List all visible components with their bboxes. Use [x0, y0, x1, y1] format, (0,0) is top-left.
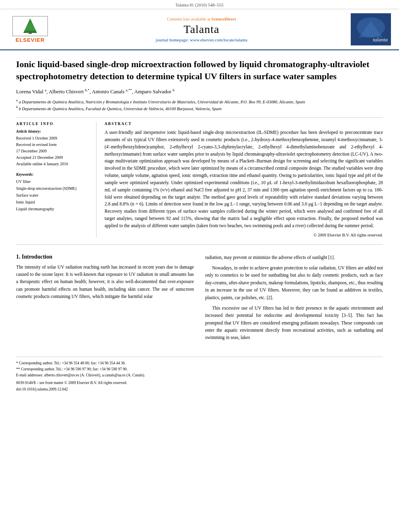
keyword-4: Ionic liquid — [16, 199, 90, 205]
introduction-two-col: 1. Introduction The intensity of solar U… — [16, 254, 383, 345]
divider-2 — [16, 244, 383, 245]
corresponding-note-2: ** Corresponding author. Tel.: +34 96 59… — [16, 366, 383, 372]
intro-right-para-2: Nowadays, in order to achieve greater pr… — [205, 264, 383, 301]
history-online: Available online 4 January 2010 — [16, 161, 90, 167]
main-content: Ionic liquid-based single-drop microextr… — [0, 50, 399, 401]
history-accepted: Accepted 21 December 2009 — [16, 154, 90, 161]
intro-section-title: 1. Introduction — [16, 254, 194, 260]
journal-header: ELSEVIER Contents lists available at Sci… — [0, 9, 399, 50]
author-lorena: Lorena Vidal a, — [16, 88, 47, 94]
email-line: E-mail addresses: alberto.chisvert@uv.es… — [16, 372, 383, 378]
elsevier-tree-icon — [20, 18, 40, 34]
history-received: Received 1 October 2009 — [16, 135, 90, 142]
talanta-logo-box: talanta — [351, 13, 391, 45]
abstract-heading: ABSTRACT — [105, 122, 383, 126]
journal-citation-bar: Talanta 81 (2010) 548–555 — [0, 0, 399, 9]
abstract-column: ABSTRACT A user-friendly and inexpensive… — [105, 122, 383, 237]
svg-rect-2 — [29, 33, 32, 34]
keyword-5: Liquid chromatography — [16, 205, 90, 212]
intro-right-para-3: This excessive use of UV filters has led… — [205, 304, 383, 341]
issn-line: 0039-9140/$ – see front matter © 2009 El… — [16, 380, 383, 386]
affiliation-b: b b Departamento de Química Analítica, F… — [16, 105, 383, 112]
elsevier-brand-text: ELSEVIER — [16, 37, 45, 43]
article-info-heading: ARTICLE INFO — [16, 122, 90, 126]
keyword-3: Surface water — [16, 192, 90, 199]
sciencedirect-line: Contents lists available at ScienceDirec… — [52, 17, 351, 21]
article-info-column: ARTICLE INFO Article history: Received 1… — [16, 122, 97, 237]
introduction-section: 1. Introduction The intensity of solar U… — [16, 254, 383, 345]
abstract-text: A user-friendly and inexpensive ionic li… — [105, 129, 383, 229]
journal-citation-text: Talanta 81 (2010) 548–555 — [175, 2, 223, 7]
doi-line: doi:10.1016/j.talanta.2009.12.042 — [16, 386, 383, 392]
article-info-abstract-section: ARTICLE INFO Article history: Received 1… — [16, 122, 383, 237]
intro-right-col: radiation, may prevent or minimize the a… — [205, 254, 383, 345]
history-revised-date: 17 December 2009 — [16, 148, 90, 154]
author-alberto: Alberto Chisvert b,*, — [49, 88, 91, 94]
journal-homepage-line: journal homepage: www.elsevier.com/locat… — [52, 37, 351, 42]
intro-left-col: 1. Introduction The intensity of solar U… — [16, 254, 194, 345]
intro-left-text: The intensity of solar UV radiation reac… — [16, 263, 194, 300]
affiliation-a: a a Departamento de Química Analítica, N… — [16, 98, 383, 105]
affiliations: a a Departamento de Química Analítica, N… — [16, 98, 383, 112]
intro-left-para-1: The intensity of solar UV radiation reac… — [16, 263, 194, 300]
sciencedirect-name: ScienceDirect — [212, 17, 236, 21]
corresponding-note-1: * Corresponding author. Tel.: +34 96 354… — [16, 360, 383, 366]
author-amparo: Amparo Salvador b — [134, 88, 175, 94]
homepage-url: www.elsevier.com/locate/talanta — [190, 37, 247, 42]
journal-center: Contents lists available at ScienceDirec… — [52, 17, 351, 42]
keyword-2: Single-drop microextraction (SDME) — [16, 185, 90, 192]
paper-title: Ionic liquid-based single-drop microextr… — [16, 58, 383, 82]
journal-title: Talanta — [52, 23, 351, 36]
author-antonio: Antonio Canals a,**, — [92, 88, 133, 94]
elsevier-logo: ELSEVIER — [8, 16, 52, 43]
intro-right-text: radiation, may prevent or minimize the a… — [205, 254, 383, 341]
svg-marker-1 — [24, 21, 36, 31]
intro-right-para-1: radiation, may prevent or minimize the a… — [205, 254, 383, 261]
article-history-label: Article history: — [16, 129, 90, 134]
divider-1 — [16, 117, 383, 118]
talanta-logo-label: talanta — [373, 37, 388, 43]
keywords-label: Keywords: — [16, 172, 90, 177]
history-revised-label: Received in revised form — [16, 142, 90, 148]
copyright-line: © 2009 Elsevier B.V. All rights reserved… — [105, 233, 383, 237]
footer-notes: * Corresponding author. Tel.: +34 96 354… — [16, 357, 383, 392]
keyword-1: UV filter — [16, 178, 90, 185]
authors-line: Lorena Vidal a, Alberto Chisvert b,*, An… — [16, 88, 383, 94]
